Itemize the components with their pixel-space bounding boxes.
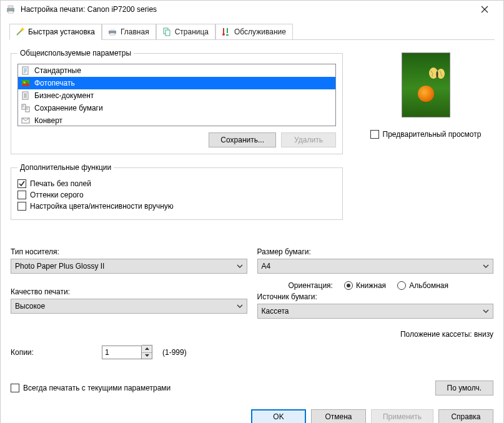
svg-rect-11 — [22, 67, 28, 74]
tools-icon — [221, 27, 231, 37]
copies-row: Копии: (1-999) — [11, 345, 493, 359]
tab-label: Главная — [121, 27, 149, 36]
window-title: Настройка печати: Canon iP7200 series — [21, 5, 157, 14]
preset-item-envelope[interactable]: Конверт — [18, 114, 335, 126]
borderless-label: Печать без полей — [30, 179, 91, 188]
preset-item-standard[interactable]: Стандартные — [18, 64, 335, 77]
preset-label: Бизнес-документ — [34, 91, 94, 100]
tab-quick-setup[interactable]: Быстрая установка — [9, 24, 102, 40]
always-current-row[interactable]: Всегда печатать с текущими параметрами — [11, 384, 170, 392]
preset-label: Конверт — [34, 116, 62, 125]
presets-fieldset: Общеиспользуемые параметры Стандартные Ф… — [11, 49, 343, 154]
save-preset-button[interactable]: Сохранить... — [209, 132, 276, 147]
tab-label: Страница — [175, 27, 209, 36]
wand-icon — [15, 27, 25, 37]
preset-label: Фотопечать — [34, 79, 75, 87]
chevron-down-icon — [483, 308, 489, 314]
tab-page-content: Общеиспользуемые параметры Стандартные Ф… — [1, 40, 503, 403]
always-current-label: Всегда печатать с текущими параметрами — [23, 384, 170, 392]
printer-icon — [6, 4, 16, 14]
portrait-radio[interactable] — [344, 281, 353, 290]
svg-point-20 — [436, 71, 438, 77]
footer-buttons: OK Отмена Применить Справка — [1, 403, 503, 423]
copies-input[interactable] — [102, 346, 142, 359]
top-row: Общеиспользуемые параметры Стандартные Ф… — [11, 49, 493, 154]
right-column: Размер бумаги: A4 Ориентация: Книжная — [257, 247, 494, 339]
extras-legend: Дополнительные функции — [17, 163, 114, 172]
photo-icon — [21, 78, 31, 88]
paper-label: Размер бумаги: — [257, 247, 494, 256]
presets-listbox[interactable]: Стандартные Фотопечать Бизнес-документ — [17, 64, 336, 126]
manual-color-row[interactable]: Настройка цвета/интенсивности вручную — [17, 202, 336, 211]
tab-main[interactable]: Главная — [102, 24, 156, 40]
preview-image — [402, 52, 450, 117]
pages-icon — [162, 27, 172, 37]
borderless-checkbox[interactable] — [17, 179, 26, 188]
tabstrip: Быстрая установка Главная Страница Обслу… — [9, 23, 503, 39]
paper-combo[interactable]: A4 — [257, 259, 494, 274]
tab-label: Быстрая установка — [28, 27, 95, 36]
preset-item-photo[interactable]: Фотопечать — [18, 77, 335, 89]
preset-label: Стандартные — [34, 66, 81, 75]
business-doc-icon — [21, 91, 31, 101]
source-label: Источник бумаги: — [257, 292, 494, 301]
tab-label: Обслуживание — [234, 27, 286, 36]
borderless-row[interactable]: Печать без полей — [17, 179, 336, 188]
bottom-row: Всегда печатать с текущими параметрами П… — [11, 381, 493, 396]
svg-rect-9 — [166, 30, 170, 36]
landscape-radio[interactable] — [397, 281, 406, 290]
grayscale-checkbox[interactable] — [17, 191, 26, 199]
media-label: Тип носителя: — [11, 247, 247, 256]
chevron-down-icon — [237, 303, 243, 309]
copies-spinner — [102, 345, 152, 359]
manual-color-label: Настройка цвета/интенсивности вручную — [30, 202, 174, 211]
preset-label: Сохранение бумаги — [34, 104, 103, 112]
tab-maintenance[interactable]: Обслуживание — [215, 24, 293, 40]
left-column: Тип носителя: Photo Paper Plus Glossy II… — [11, 247, 247, 339]
spin-up-button[interactable] — [142, 346, 152, 352]
print-settings-window: Настройка печати: Canon iP7200 series Бы… — [0, 0, 504, 423]
close-button[interactable] — [471, 1, 498, 18]
tab-page[interactable]: Страница — [156, 24, 215, 40]
doc-icon — [21, 66, 31, 76]
orientation-portrait[interactable]: Книжная — [344, 281, 386, 290]
preview-checkbox-row[interactable]: Предварительный просмотр — [370, 130, 482, 139]
svg-point-3 — [12, 9, 14, 10]
check-icon — [19, 181, 25, 187]
media-combo[interactable]: Photo Paper Plus Glossy II — [11, 259, 247, 274]
svg-rect-6 — [110, 29, 115, 31]
help-button[interactable]: Справка — [438, 409, 493, 423]
landscape-label: Альбомная — [409, 281, 448, 290]
defaults-button[interactable]: По умолч. — [435, 381, 493, 396]
triangle-down-icon — [145, 354, 149, 357]
spin-down-button[interactable] — [142, 352, 152, 359]
media-value: Photo Paper Plus Glossy II — [15, 262, 104, 271]
apply-button: Применить — [371, 409, 433, 423]
quality-value: Высокое — [15, 302, 45, 311]
quality-combo[interactable]: Высокое — [11, 299, 247, 314]
grayscale-row[interactable]: Оттенки серого — [17, 191, 336, 199]
always-current-checkbox[interactable] — [11, 384, 19, 392]
flower-icon — [418, 86, 434, 102]
orientation-landscape[interactable]: Альбомная — [397, 281, 448, 290]
preview-checkbox[interactable] — [370, 130, 379, 139]
preview-column: Предварительный просмотр — [358, 49, 493, 154]
quality-label: Качество печати: — [11, 287, 247, 296]
svg-point-10 — [222, 33, 225, 36]
ok-button[interactable]: OK — [251, 409, 306, 423]
cancel-button[interactable]: Отмена — [311, 409, 366, 423]
spinner-buttons — [142, 345, 152, 359]
preset-item-business[interactable]: Бизнес-документ — [18, 89, 335, 102]
orientation-label: Ориентация: — [289, 281, 333, 290]
butterfly-icon — [427, 67, 446, 82]
svg-rect-1 — [8, 6, 13, 8]
preset-item-savepaper[interactable]: Сохранение бумаги — [18, 102, 335, 114]
envelope-icon — [21, 116, 31, 126]
source-combo[interactable]: Кассета — [257, 304, 494, 319]
cassette-note: Положение кассеты: внизу — [257, 330, 494, 339]
triangle-up-icon — [145, 347, 149, 350]
manual-color-checkbox[interactable] — [17, 202, 26, 211]
paper-value: A4 — [262, 262, 271, 271]
svg-rect-2 — [8, 11, 13, 13]
svg-rect-7 — [110, 33, 115, 35]
